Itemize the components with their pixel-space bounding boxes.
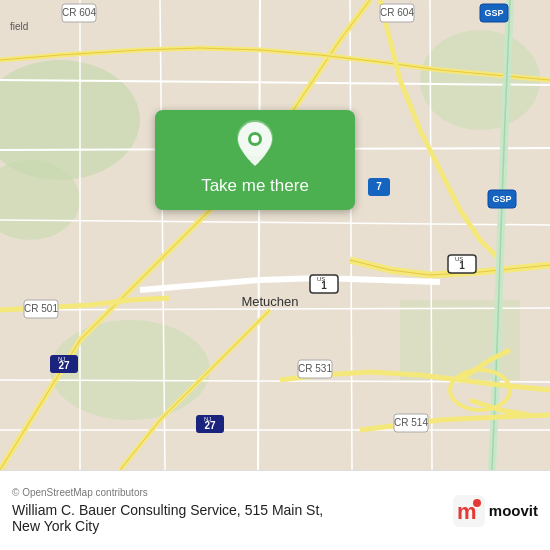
svg-text:7: 7 bbox=[376, 181, 382, 192]
svg-text:27: 27 bbox=[204, 420, 216, 431]
address-line2: New York City bbox=[12, 518, 443, 534]
moovit-icon: m bbox=[453, 495, 485, 527]
svg-text:field: field bbox=[10, 21, 28, 32]
address-line1: William C. Bauer Consulting Service, 515… bbox=[12, 502, 443, 518]
moovit-logo: m moovit bbox=[453, 495, 538, 527]
bottom-bar: © OpenStreetMap contributors William C. … bbox=[0, 470, 550, 550]
svg-text:Metuchen: Metuchen bbox=[241, 294, 298, 309]
svg-text:CR 604: CR 604 bbox=[380, 7, 414, 18]
svg-text:1: 1 bbox=[321, 280, 327, 291]
take-me-there-button[interactable]: Take me there bbox=[155, 110, 355, 210]
svg-point-53 bbox=[473, 499, 481, 507]
take-me-there-label: Take me there bbox=[201, 176, 309, 196]
svg-text:CR 501: CR 501 bbox=[24, 303, 58, 314]
svg-point-3 bbox=[420, 30, 540, 130]
map-container: CR 604 CR 604 GSP GSP 7 US 1 US 1 NJ 27 … bbox=[0, 0, 550, 470]
svg-point-50 bbox=[251, 135, 259, 143]
svg-text:CR 514: CR 514 bbox=[394, 417, 428, 428]
svg-text:27: 27 bbox=[58, 360, 70, 371]
osm-credit: © OpenStreetMap contributors bbox=[12, 487, 443, 498]
location-pin-icon bbox=[235, 120, 275, 170]
svg-text:GSP: GSP bbox=[492, 194, 511, 204]
svg-text:1: 1 bbox=[459, 260, 465, 271]
address-info: © OpenStreetMap contributors William C. … bbox=[12, 487, 443, 534]
svg-text:GSP: GSP bbox=[484, 8, 503, 18]
svg-text:CR 604: CR 604 bbox=[62, 7, 96, 18]
svg-text:CR 531: CR 531 bbox=[298, 363, 332, 374]
moovit-label: moovit bbox=[489, 502, 538, 519]
